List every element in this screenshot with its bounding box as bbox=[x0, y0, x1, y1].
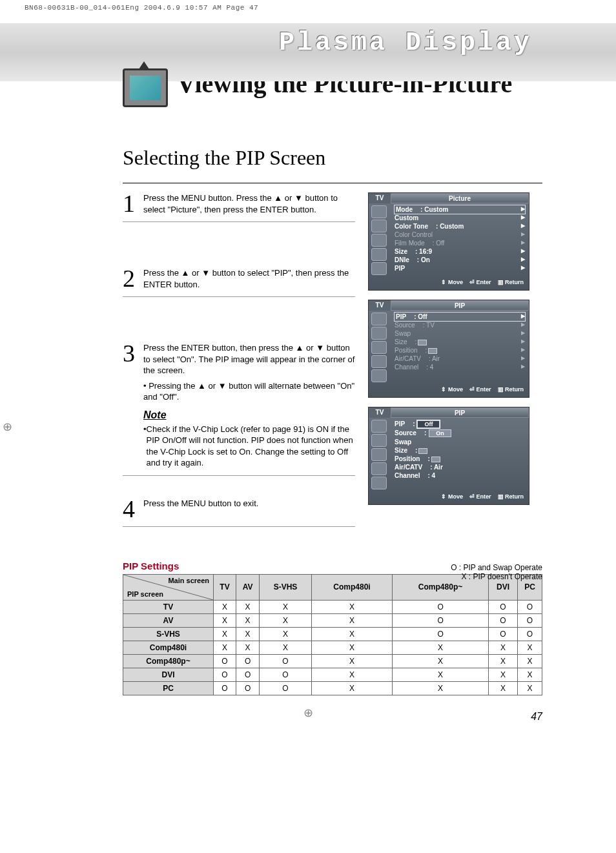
osd-footer: ⇕ Move⏎ Enter▥ Return bbox=[369, 277, 529, 287]
table-cell: O bbox=[393, 627, 489, 641]
table-cell: X bbox=[393, 668, 489, 681]
table-cell: O bbox=[260, 654, 312, 668]
osd-title: PIP bbox=[391, 407, 529, 418]
table-cell: X bbox=[260, 600, 312, 613]
table-row: AVXXXXOOO bbox=[123, 613, 542, 627]
osd-tv-tag: TV bbox=[369, 407, 391, 418]
brand-text: Plasma Display bbox=[279, 28, 532, 57]
row-header: PC bbox=[123, 681, 214, 695]
osd-footer: ⇕ Move⏎ Enter▥ Return bbox=[369, 384, 529, 395]
step-number: 1 bbox=[123, 192, 141, 215]
table-cell: X bbox=[488, 668, 517, 681]
row-header: AV bbox=[123, 613, 214, 627]
table-cell: X bbox=[518, 681, 542, 695]
table-cell: X bbox=[518, 654, 542, 668]
table-cell: O bbox=[236, 654, 260, 668]
table-cell: O bbox=[260, 668, 312, 681]
table-cell: X bbox=[214, 600, 236, 613]
table-cell: X bbox=[518, 641, 542, 654]
table-cell: X bbox=[236, 641, 260, 654]
step-1: 1 Press the MENU button. Press the ▲ or … bbox=[123, 192, 355, 222]
table-cell: X bbox=[260, 627, 312, 641]
col-header: Comp480i bbox=[311, 574, 392, 600]
table-cell: X bbox=[236, 613, 260, 627]
note-text: Check if the V-Chip Lock (refer to page … bbox=[147, 424, 355, 469]
table-cell: X bbox=[311, 681, 392, 695]
table-cell: X bbox=[488, 654, 517, 668]
table-row: Comp480iXXXXXXX bbox=[123, 641, 542, 654]
table-cell: X bbox=[214, 641, 236, 654]
page-number: 47 bbox=[0, 711, 542, 723]
table-cell: X bbox=[311, 668, 392, 681]
header-band: Plasma Display bbox=[0, 23, 616, 81]
osd-row: Custom▶ bbox=[395, 214, 525, 222]
row-header: DVI bbox=[123, 668, 214, 681]
steps-column: 1 Press the MENU button. Press the ▲ or … bbox=[123, 192, 355, 549]
step-4: 4 Press the MENU button to exit. bbox=[123, 498, 355, 527]
row-header: Comp480i bbox=[123, 641, 214, 654]
crop-mark-icon: ⊕ bbox=[303, 706, 313, 720]
table-row: Comp480p~OOOXXXX bbox=[123, 654, 542, 668]
crop-mark-icon: ⊕ bbox=[3, 420, 12, 434]
osd-row: PIP▶ bbox=[395, 264, 525, 272]
table-cell: X bbox=[311, 654, 392, 668]
osd-row: PIP: Off▶ bbox=[395, 313, 525, 321]
step-text: Press the MENU button. Press the ▲ or ▼ … bbox=[143, 192, 355, 215]
step-3: 3 Press the ENTER button, then press the… bbox=[123, 342, 355, 476]
osd-tv-tag: TV bbox=[369, 300, 391, 311]
step-number: 2 bbox=[123, 267, 141, 290]
osd-panel: TVPicture Mode: Custom▶Custom▶Color Tone… bbox=[368, 192, 529, 291]
table-cell: X bbox=[311, 641, 392, 654]
osd-footer: ⇕ Move⏎ Enter▥ Return bbox=[369, 491, 529, 502]
table-cell: X bbox=[311, 613, 392, 627]
step-number: 4 bbox=[123, 498, 141, 520]
osd-row: Color Control▶ bbox=[395, 231, 525, 239]
table-cell: X bbox=[488, 641, 517, 654]
osd-panel: TVPIP PIP: Off▶Source: TV▶Swap▶Size:▶Pos… bbox=[368, 300, 529, 398]
table-cell: O bbox=[518, 627, 542, 641]
step-bullet: Pressing the ▲ or ▼ button will alternat… bbox=[143, 381, 354, 402]
table-cell: X bbox=[518, 668, 542, 681]
osd-row: Color Tone: Custom▶ bbox=[395, 222, 525, 231]
table-cell: O bbox=[236, 668, 260, 681]
table-cell: O bbox=[214, 654, 236, 668]
tv-icon bbox=[123, 68, 168, 107]
osd-row: PIP:Off bbox=[395, 420, 525, 429]
table-cell: X bbox=[214, 627, 236, 641]
osd-title: Picture bbox=[391, 193, 529, 203]
table-row: S-VHSXXXXOOO bbox=[123, 627, 542, 641]
osd-row: Mode: Custom▶ bbox=[395, 205, 525, 214]
table-cell: X bbox=[236, 600, 260, 613]
osd-row: Swap bbox=[395, 438, 525, 446]
table-cell: O bbox=[393, 600, 489, 613]
table-row: DVIOOOXXXX bbox=[123, 668, 542, 681]
table-cell: X bbox=[488, 681, 517, 695]
osd-row: Position: bbox=[395, 455, 525, 463]
osd-tv-tag: TV bbox=[369, 193, 391, 203]
osd-row: Film Mode: Off▶ bbox=[395, 239, 525, 247]
table-cell: O bbox=[488, 627, 517, 641]
table-cell: O bbox=[488, 600, 517, 613]
table-cell: O bbox=[518, 600, 542, 613]
step-text: Press the MENU button to exit. bbox=[143, 498, 355, 520]
divider bbox=[123, 183, 542, 183]
osd-column: TVPicture Mode: Custom▶Custom▶Color Tone… bbox=[368, 192, 529, 549]
print-mark: BN68-00631B-00_014-061Eng 2004.6.9 10:57… bbox=[0, 0, 616, 12]
section-heading: Selecting the PIP Screen bbox=[123, 146, 616, 170]
note-heading: Note bbox=[143, 408, 355, 422]
table-cell: X bbox=[311, 600, 392, 613]
osd-row: Position:▶ bbox=[395, 346, 525, 355]
table-cell: X bbox=[214, 613, 236, 627]
col-header: TV bbox=[214, 574, 236, 600]
table-diag-header: Main screenPIP screen bbox=[123, 574, 214, 600]
table-row: PCOOOXXXX bbox=[123, 681, 542, 695]
table-cell: X bbox=[236, 627, 260, 641]
table-cell: X bbox=[393, 654, 489, 668]
table-cell: O bbox=[393, 613, 489, 627]
table-row: TVXXXXOOO bbox=[123, 600, 542, 613]
step-2: 2 Press the ▲ or ▼ button to select "PIP… bbox=[123, 267, 355, 297]
table-cell: X bbox=[260, 613, 312, 627]
table-cell: X bbox=[393, 641, 489, 654]
row-header: S-VHS bbox=[123, 627, 214, 641]
osd-row: Size: bbox=[395, 446, 525, 455]
